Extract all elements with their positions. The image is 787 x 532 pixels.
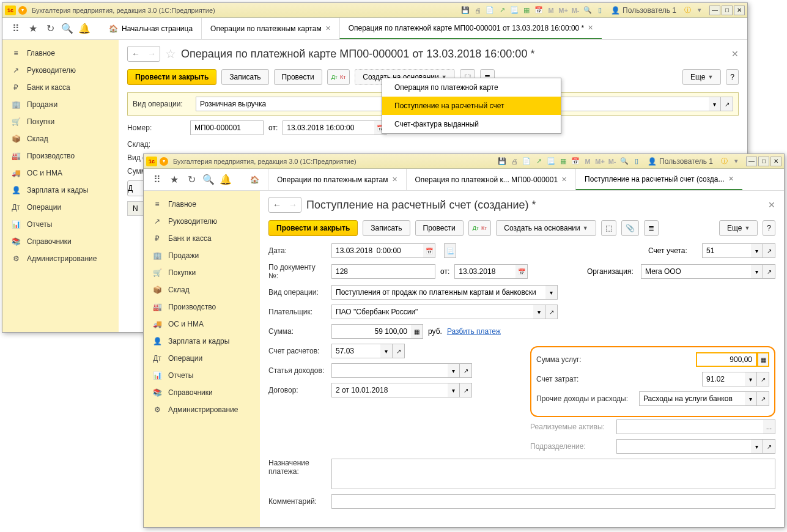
info-icon[interactable]: ⓘ: [719, 157, 729, 166]
attach-button[interactable]: 📎: [621, 220, 639, 236]
dtkt-button[interactable]: ДтКт: [468, 220, 492, 236]
tab-close-icon[interactable]: ✕: [588, 24, 593, 32]
apps-icon[interactable]: ⠿: [7, 20, 24, 37]
dropdown-addon[interactable]: ▾: [448, 363, 460, 378]
dropdown-addon[interactable]: ▾: [380, 344, 393, 358]
help-button[interactable]: ?: [726, 69, 739, 85]
payer-input[interactable]: [331, 305, 533, 319]
open-addon[interactable]: ↗: [393, 344, 405, 358]
table-icon[interactable]: ▦: [558, 157, 568, 166]
sidebar-item-production[interactable]: 🏭Производство: [144, 298, 260, 316]
service-sum-input[interactable]: [696, 352, 757, 367]
split-payment-link[interactable]: Разбить платеж: [447, 327, 501, 336]
calendar-addon[interactable]: 📅: [515, 264, 528, 279]
other-input[interactable]: [639, 391, 745, 406]
page-icon[interactable]: 📃: [509, 6, 519, 15]
history-icon[interactable]: ↻: [42, 20, 59, 37]
dropdown-addon[interactable]: ▾: [751, 439, 763, 454]
sidebar-item-hr[interactable]: 👤Зарплата и кадры: [2, 182, 119, 199]
open-addon[interactable]: ↗: [460, 383, 472, 397]
menu-item-card-op[interactable]: Операция по платежной карте: [382, 78, 561, 97]
date-input[interactable]: [331, 243, 423, 258]
sidebar-item-reports[interactable]: 📊Отчеты: [2, 216, 119, 233]
open-addon[interactable]: ↗: [763, 264, 775, 279]
dropdown-icon[interactable]: ▾: [731, 157, 741, 166]
m-plus-icon[interactable]: M+: [595, 157, 605, 166]
help-button[interactable]: ?: [763, 220, 775, 236]
open-addon[interactable]: ↗: [763, 439, 775, 454]
sidebar-item-purchases[interactable]: 🛒Покупки: [144, 264, 260, 281]
sidebar-item-catalogs[interactable]: 📚Справочники: [2, 233, 119, 250]
tab-close-icon[interactable]: ✕: [392, 175, 397, 183]
more-button[interactable]: Еще ▼: [719, 220, 758, 236]
apps-icon[interactable]: ⠿: [149, 171, 166, 188]
sidebar-item-bank[interactable]: ₽Банк и касса: [144, 230, 260, 247]
doc-icon[interactable]: 📄: [485, 6, 495, 15]
calendar-icon[interactable]: 📅: [571, 157, 580, 166]
optype-input[interactable]: [331, 285, 545, 300]
post-button[interactable]: Провести: [415, 220, 464, 236]
zoom-icon[interactable]: 🔍: [619, 157, 629, 166]
sidebar-item-hr[interactable]: 👤Зарплата и кадры: [144, 333, 260, 350]
sidebar-item-manager[interactable]: ↗Руководителю: [144, 213, 260, 230]
tab-card-ops[interactable]: Операции по платежным картам✕: [201, 18, 339, 39]
tab-card-op-doc[interactable]: Операция по платежной карте МП00-000001 …: [339, 18, 602, 39]
search-icon[interactable]: 🔍: [59, 20, 76, 37]
info-icon[interactable]: ⓘ: [682, 6, 692, 15]
date-input[interactable]: [283, 120, 374, 135]
search-icon[interactable]: 🔍: [200, 171, 217, 188]
user-badge[interactable]: 👤 Пользователь 1: [644, 157, 717, 166]
open-addon[interactable]: ↗: [757, 391, 769, 406]
minimize-button[interactable]: —: [709, 6, 720, 15]
dropdown-addon[interactable]: ▾: [533, 305, 545, 319]
dropdown-icon[interactable]: ▾: [695, 6, 704, 15]
sidebar-item-assets[interactable]: 🚚ОС и НМА: [144, 316, 260, 333]
zoom-icon[interactable]: 🔍: [583, 6, 593, 15]
open-addon[interactable]: ↗: [545, 305, 558, 319]
arrow-icon[interactable]: ↗: [497, 6, 507, 15]
tab-close-icon[interactable]: ✕: [561, 175, 567, 183]
calendar-icon[interactable]: 📅: [534, 6, 544, 15]
m-icon[interactable]: M: [583, 157, 593, 166]
page-close-button[interactable]: ✕: [768, 200, 775, 210]
doc-icon[interactable]: 📄: [522, 157, 531, 166]
dropdown-addon[interactable]: ▾: [545, 285, 558, 300]
post-and-close-button[interactable]: Провести и закрыть: [127, 69, 216, 85]
tab-card-ops[interactable]: Операции по платежным картам✕: [268, 169, 406, 190]
more-button[interactable]: Еще ▼: [682, 69, 721, 85]
sidebar-item-sales[interactable]: 🏢Продажи: [144, 247, 260, 264]
sidebar-item-main[interactable]: ≡Главное: [144, 196, 260, 213]
open-addon[interactable]: ↗: [721, 97, 733, 111]
sidebar-item-reports[interactable]: 📊Отчеты: [144, 367, 260, 384]
post-and-close-button[interactable]: Провести и закрыть: [268, 220, 358, 236]
sidebar-item-purchases[interactable]: 🛒Покупки: [2, 113, 119, 130]
docdate-input[interactable]: [454, 264, 515, 279]
calc-addon[interactable]: ▦: [411, 324, 423, 339]
favorite-icon[interactable]: ★: [166, 171, 183, 188]
dtkt-button[interactable]: ДтКт: [327, 69, 350, 85]
income-item-input[interactable]: [331, 363, 448, 378]
tab-home[interactable]: 🏠 Начальная страница: [100, 18, 201, 39]
dropdown-addon[interactable]: ▾: [745, 391, 757, 406]
sidebar-item-admin[interactable]: ⚙Администрирование: [2, 250, 119, 267]
more-addon[interactable]: …: [763, 419, 775, 434]
save-button[interactable]: Записать: [363, 220, 410, 236]
sidebar-item-catalogs[interactable]: 📚Справочники: [144, 384, 260, 401]
page-close-button[interactable]: ✕: [731, 49, 739, 59]
m-icon[interactable]: M: [546, 6, 556, 15]
menu-item-bank-receipt[interactable]: Поступление на расчетный счет: [382, 97, 561, 115]
comment-input[interactable]: [331, 494, 775, 509]
save-button[interactable]: Записать: [221, 69, 268, 85]
m-minus-icon[interactable]: M-: [607, 157, 617, 166]
back-button[interactable]: ←: [269, 198, 285, 212]
sidebar-item-manager[interactable]: ↗Руководителю: [2, 62, 119, 79]
tab-close-icon[interactable]: ✕: [325, 24, 331, 32]
history-icon[interactable]: ↻: [183, 171, 200, 188]
expense-acc-input[interactable]: [702, 372, 745, 386]
favorite-icon[interactable]: ★: [24, 20, 42, 37]
bell-icon[interactable]: 🔔: [217, 171, 234, 188]
open-addon[interactable]: ↗: [757, 372, 769, 386]
account-input[interactable]: [702, 243, 751, 258]
sidebar-item-warehouse[interactable]: 📦Склад: [144, 281, 260, 298]
dropdown-addon[interactable]: ▾: [751, 243, 763, 258]
